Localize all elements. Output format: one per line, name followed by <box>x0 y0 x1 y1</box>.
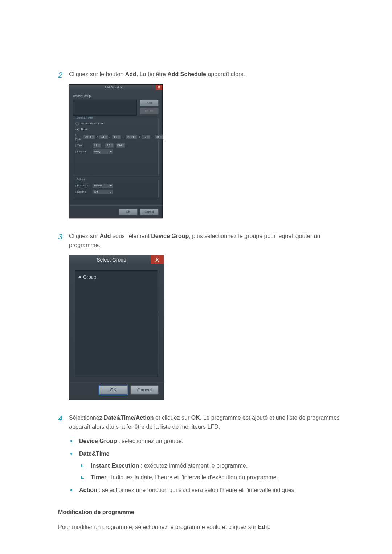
step-2: 2 Cliquez sur le bouton Add. La fenêtre … <box>58 69 341 227</box>
expand-icon[interactable] <box>78 276 82 279</box>
timer-label: Timer <box>81 127 88 132</box>
text-bold: Device Group <box>79 438 117 444</box>
add-schedule-window: Add Schedule X Device Group Add Delete <box>69 84 163 218</box>
date-range-sep: ~ <box>122 135 124 139</box>
list-item: Instant Execution : exécutez immédiateme… <box>79 461 341 471</box>
datetime-group-label: Date & Time <box>75 116 94 120</box>
text: Pour modifier un programme, sélectionnez… <box>58 524 258 530</box>
step-4-number: 4 <box>58 413 69 425</box>
modif-heading: Modification de programme <box>58 508 341 517</box>
time-hour[interactable]: 07 <box>92 143 101 148</box>
close-icon[interactable]: X <box>151 255 164 264</box>
date-year-end[interactable]: 2099 <box>126 135 138 140</box>
setting-select[interactable]: Off <box>92 189 113 194</box>
date-day-end[interactable]: 31 <box>154 135 163 140</box>
time-min[interactable]: 22 <box>105 143 114 148</box>
text: : indiquez la date, l'heure et l'interva… <box>106 474 278 480</box>
cancel-button[interactable]: Cancel <box>140 209 159 215</box>
add-schedule-screenshot: Add Schedule X Device Group Add Delete <box>69 84 341 218</box>
text: : exécutez immédiatement le programme. <box>139 463 248 469</box>
text: et cliquez sur <box>154 415 191 421</box>
cancel-button[interactable]: Cancel <box>130 385 159 395</box>
text: Cliquez sur le bouton <box>69 71 125 77</box>
text: Cliquez sur <box>69 233 99 239</box>
text-bold: Timer <box>91 474 106 480</box>
step-3-content: Cliquez sur Add sous l'élément Device Gr… <box>69 231 341 409</box>
delete-button: Delete <box>140 108 159 114</box>
time-label: | Time <box>75 143 91 148</box>
text: : sélectionnez un groupe. <box>117 438 183 444</box>
add-button[interactable]: Add <box>140 100 159 106</box>
text-bold: Device Group <box>151 233 189 239</box>
text-bold: Edit <box>258 524 269 530</box>
close-icon[interactable]: X <box>156 85 162 90</box>
step-2-content: Cliquez sur le bouton Add. La fenêtre Ad… <box>69 69 341 227</box>
step-2-number: 2 <box>58 69 69 81</box>
text-bold: Date&Time <box>79 451 109 457</box>
modif-para: Pour modifier un programme, sélectionnez… <box>58 523 341 532</box>
text: . La fenêtre <box>136 71 167 77</box>
date-label: | Date <box>75 133 82 142</box>
text-bold: Instant Execution <box>91 463 139 469</box>
text: Sélectionnez <box>69 415 104 421</box>
interval-select[interactable]: Daily <box>92 149 113 154</box>
text: : sélectionnez une fonction qui s'active… <box>97 487 296 493</box>
date-month-start[interactable]: 04 <box>99 135 108 140</box>
action-group-label: Action <box>75 177 86 182</box>
time-ampm[interactable]: PM <box>115 143 126 148</box>
step-4: 4 Sélectionnez Date&Time/Action et cliqu… <box>58 413 341 500</box>
text-bold: Action <box>79 487 97 493</box>
ok-button[interactable]: OK <box>99 385 127 395</box>
function-select[interactable]: Power <box>92 183 113 188</box>
add-schedule-titlebar: Add Schedule X <box>69 85 162 90</box>
function-label: | Function <box>75 184 91 188</box>
select-group-titlebar: Select Group X <box>69 255 164 264</box>
setting-label: | Setting <box>75 190 91 194</box>
add-schedule-title: Add Schedule <box>72 85 156 90</box>
device-group-tree[interactable] <box>73 100 137 116</box>
text: sous l'élément <box>111 233 151 239</box>
select-group-title: Select Group <box>72 256 151 264</box>
select-group-screenshot: Select Group X Group OK Cancel <box>69 255 341 400</box>
text-bold: Add <box>125 71 136 77</box>
instant-exec-label: Instant Execution <box>81 122 103 126</box>
device-group-label: Device Group <box>73 94 159 98</box>
step-4-content: Sélectionnez Date&Time/Action et cliquez… <box>69 413 341 500</box>
instant-exec-radio[interactable] <box>75 122 79 126</box>
group-root-label: Group <box>83 274 96 281</box>
date-year-start[interactable]: 2011 <box>83 135 95 140</box>
list-item: Date&Time Instant Execution : exécutez i… <box>69 450 341 482</box>
step-3-number: 3 <box>58 231 69 243</box>
list-item: Device Group : sélectionnez un groupe. <box>69 437 341 446</box>
text-bold: Date&Time/Action <box>104 415 154 421</box>
text-bold: Add Schedule <box>167 71 206 77</box>
list-item: Timer : indiquez la date, l'heure et l'i… <box>79 473 341 482</box>
text: apparaît alors. <box>206 71 245 77</box>
ok-button[interactable]: OK <box>119 209 138 215</box>
text-bold: OK <box>191 415 200 421</box>
step-3: 3 Cliquez sur Add sous l'élément Device … <box>58 231 341 409</box>
date-day-start[interactable]: 11 <box>112 135 121 140</box>
group-root-node[interactable]: Group <box>79 274 154 281</box>
select-group-window: Select Group X Group OK Cancel <box>69 255 164 400</box>
group-tree[interactable]: Group <box>75 270 158 377</box>
timer-radio[interactable] <box>75 128 79 131</box>
interval-label: | Interval <box>75 149 91 154</box>
text: . <box>269 524 270 530</box>
text-bold: Add <box>99 233 111 239</box>
date-month-end[interactable]: 12 <box>142 135 151 140</box>
list-item: Action : sélectionnez une fonction qui s… <box>69 486 341 495</box>
